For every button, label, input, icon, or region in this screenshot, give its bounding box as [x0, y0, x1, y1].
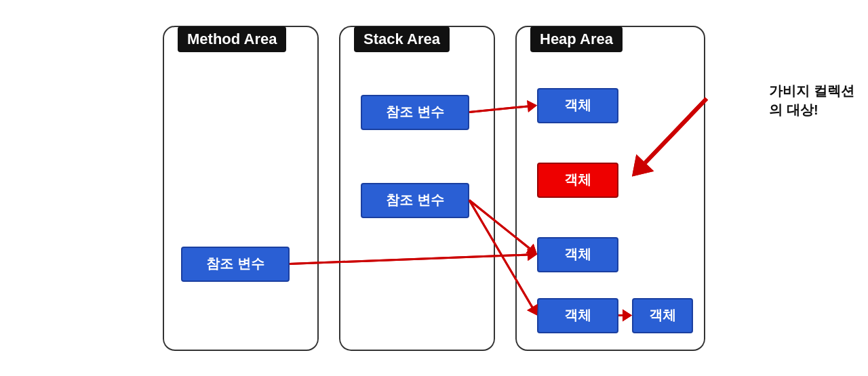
gc-label: 가비지 컬렉션 의 대상!: [769, 81, 854, 119]
heap-obj5-box: 객체: [632, 298, 693, 333]
method-area: Method Area 참조 변수: [163, 26, 319, 351]
gc-label-line2: 의 대상!: [769, 102, 818, 117]
heap-obj3-box: 객체: [537, 237, 618, 272]
diagram-container: Method Area 참조 변수 Stack Area 참조 변수 참조 변수…: [0, 0, 868, 376]
heap-obj4-box: 객체: [537, 298, 618, 333]
stack-area: Stack Area 참조 변수 참조 변수: [339, 26, 495, 351]
areas-wrapper: Method Area 참조 변수 Stack Area 참조 변수 참조 변수…: [163, 26, 705, 351]
heap-obj1-box: 객체: [537, 88, 618, 123]
stack-ref2-box: 참조 변수: [361, 183, 469, 218]
stack-area-label: Stack Area: [354, 26, 450, 52]
heap-area: Heap Area 객체 객체 객체 객체 객체: [515, 26, 705, 351]
heap-obj2-box: 객체: [537, 163, 618, 198]
gc-label-line1: 가비지 컬렉션: [769, 83, 854, 98]
method-area-label: Method Area: [178, 26, 286, 52]
stack-ref1-box: 참조 변수: [361, 95, 469, 130]
heap-area-label: Heap Area: [530, 26, 623, 52]
method-ref-box: 참조 변수: [181, 247, 290, 282]
